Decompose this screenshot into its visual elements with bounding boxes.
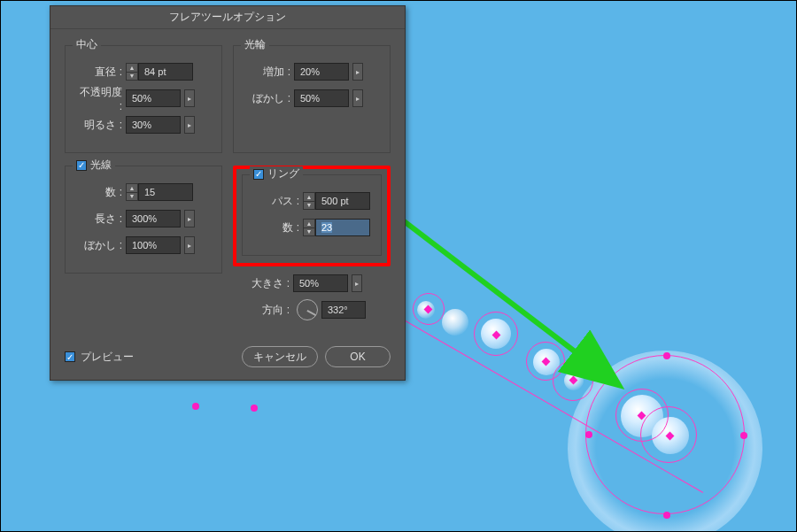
halo-group-title: 光輪 [241, 37, 269, 52]
diameter-label: 直径 : [74, 65, 126, 80]
rings-direction-label: 方向 : [242, 303, 293, 318]
preview-checkbox[interactable]: ✓ [65, 351, 75, 362]
rings-group: ✓ リング パス : ▲▼ 500 pt 数 : ▲▼ 23 [242, 174, 382, 256]
rays-fuzz-input[interactable]: 100% [126, 236, 181, 254]
rings-path-stepper[interactable]: ▲▼ [303, 192, 315, 210]
direction-dial[interactable] [297, 299, 318, 320]
path-anchor [585, 431, 592, 438]
dialog-title[interactable]: フレアツールオプション [50, 6, 405, 29]
brightness-flyout[interactable]: ▸ [184, 116, 195, 134]
rings-size-label: 大きさ : [242, 276, 293, 291]
rings-path-input[interactable]: 500 pt [315, 192, 370, 210]
halo-growth-input[interactable]: 20% [294, 63, 349, 81]
rays-count-label: 数 : [74, 185, 126, 200]
center-group-title: 中心 [73, 37, 101, 52]
rings-highlight-box: ✓ リング パス : ▲▼ 500 pt 数 : ▲▼ 23 [233, 166, 391, 266]
rings-path-label: パス : [251, 194, 303, 209]
rays-length-label: 長さ : [74, 212, 126, 227]
halo-fuzz-input[interactable]: 50% [294, 89, 349, 107]
diameter-stepper[interactable]: ▲▼ [126, 63, 138, 81]
rings-direction-input[interactable]: 332° [321, 301, 366, 319]
rays-group: ✓ 光線 数 : ▲▼ 15 長さ : 300% ▸ ぼかし : 100% ▸ [65, 166, 222, 274]
halo-fuzz-label: ぼかし : [243, 91, 294, 106]
path-anchor [192, 403, 199, 410]
halo-group: 光輪 増加 : 20% ▸ ぼかし : 50% ▸ xx [233, 45, 391, 153]
brightness-input[interactable]: 30% [126, 116, 181, 134]
ok-button[interactable]: OK [325, 346, 391, 367]
rings-checkbox[interactable]: ✓ [253, 169, 264, 180]
halo-growth-label: 増加 : [243, 65, 294, 80]
opacity-input[interactable]: 50% [126, 89, 181, 107]
opacity-flyout[interactable]: ▸ [184, 89, 195, 107]
halo-growth-flyout[interactable]: ▸ [352, 63, 363, 81]
path-anchor [251, 405, 258, 412]
halo-fuzz-flyout[interactable]: ▸ [352, 89, 363, 107]
rings-group-title: リング [267, 166, 299, 181]
rays-fuzz-label: ぼかし : [74, 238, 126, 253]
path-anchor [663, 352, 670, 359]
rings-size-flyout[interactable]: ▸ [352, 274, 362, 292]
path-anchor [663, 512, 670, 519]
rays-length-flyout[interactable]: ▸ [184, 210, 195, 227]
rings-count-input[interactable]: 23 [315, 219, 370, 236]
rays-count-input[interactable]: 15 [138, 183, 193, 201]
brightness-label: 明るさ : [74, 118, 126, 133]
rays-count-stepper[interactable]: ▲▼ [126, 183, 138, 201]
rays-group-title: 光線 [90, 158, 112, 173]
center-group: 中心 直径 : ▲▼ 84 pt 不透明度 : 50% ▸ 明るさ : 30% … [65, 45, 222, 153]
opacity-label: 不透明度 : [74, 85, 126, 112]
diameter-input[interactable]: 84 pt [138, 63, 193, 81]
rings-count-stepper[interactable]: ▲▼ [303, 219, 315, 236]
preview-label: プレビュー [81, 350, 134, 365]
flare-bubble [442, 309, 468, 335]
flare-options-dialog: フレアツールオプション 中心 直径 : ▲▼ 84 pt 不透明度 : 50% … [50, 5, 406, 381]
rings-count-label: 数 : [251, 220, 303, 235]
cancel-button[interactable]: キャンセル [242, 346, 318, 367]
rays-fuzz-flyout[interactable]: ▸ [184, 236, 195, 254]
rings-size-input[interactable]: 50% [293, 274, 348, 292]
rays-length-input[interactable]: 300% [126, 210, 181, 227]
path-anchor [740, 432, 747, 439]
rays-checkbox[interactable]: ✓ [76, 160, 87, 171]
